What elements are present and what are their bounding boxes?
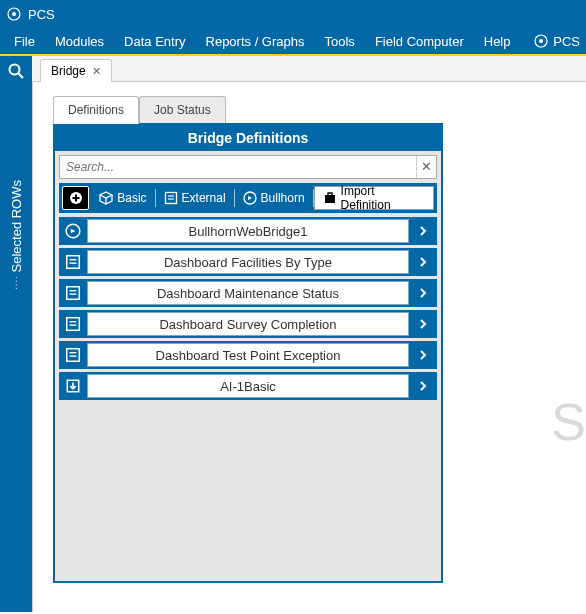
list-item-label: BullhornWebBridge1 (87, 219, 409, 243)
document-tab-strip: Bridge ✕ (32, 56, 586, 82)
bridge-definitions-panel: Bridge Definitions ✕ Ba (53, 123, 443, 583)
clear-search-icon[interactable]: ✕ (416, 156, 436, 178)
basic-button[interactable]: Basic (91, 184, 154, 212)
external-icon (59, 279, 87, 307)
external-icon (59, 248, 87, 276)
list-item[interactable]: Dashboard Facilities By Type (59, 248, 437, 276)
list-item-label: Dashboard Maintenance Status (87, 281, 409, 305)
inner-tab-strip: Definitions Job Status (53, 96, 586, 124)
external-icon (164, 191, 178, 205)
svg-rect-17 (67, 256, 80, 269)
import-icon (59, 372, 87, 400)
bullhorn-icon (59, 217, 87, 245)
menu-reports[interactable]: Reports / Graphs (196, 30, 315, 53)
import-definition-button[interactable]: Import Definition (314, 186, 434, 210)
brand-logo-icon (533, 33, 549, 49)
document-tab-label: Bridge (51, 64, 86, 78)
svg-rect-23 (67, 318, 80, 331)
bullhorn-label: Bullhorn (261, 191, 305, 205)
external-icon (59, 310, 87, 338)
bullhorn-button[interactable]: Bullhorn (235, 184, 313, 212)
svg-rect-20 (67, 287, 80, 300)
rail-grip-icon: ···· (11, 276, 22, 291)
import-icon (323, 191, 337, 205)
menu-brand: PCS (533, 33, 580, 49)
search-box: ✕ (59, 155, 437, 179)
basic-label: Basic (117, 191, 146, 205)
menu-help[interactable]: Help (474, 30, 521, 53)
close-icon[interactable]: ✕ (92, 65, 101, 78)
app-logo-icon (6, 6, 22, 22)
cube-icon (99, 191, 113, 205)
import-label: Import Definition (341, 184, 425, 212)
menu-file[interactable]: File (4, 30, 45, 53)
search-input[interactable] (60, 160, 416, 174)
document-body: Definitions Job Status Bridge Definition… (32, 82, 586, 612)
app-title: PCS (28, 7, 55, 22)
list-item-label: AI-1Basic (87, 374, 409, 398)
svg-rect-26 (67, 349, 80, 362)
menu-modules[interactable]: Modules (45, 30, 114, 53)
definitions-toolbar: Basic External Bullhorn (59, 183, 437, 213)
panel-title: Bridge Definitions (55, 125, 441, 151)
svg-rect-15 (325, 195, 335, 203)
list-item[interactable]: BullhornWebBridge1 (59, 217, 437, 245)
list-item[interactable]: AI-1Basic (59, 372, 437, 400)
menu-data-entry[interactable]: Data Entry (114, 30, 195, 53)
list-item-label: Dashboard Facilities By Type (87, 250, 409, 274)
chevron-right-icon[interactable] (409, 310, 437, 338)
list-item[interactable]: Dashboard Survey Completion (59, 310, 437, 338)
add-button[interactable] (62, 186, 89, 210)
list-item-label: Dashboard Survey Completion (87, 312, 409, 336)
svg-point-1 (12, 12, 16, 16)
bullhorn-icon (243, 191, 257, 205)
selected-rows-label[interactable]: Selected ROWs (9, 180, 24, 272)
chevron-right-icon[interactable] (409, 341, 437, 369)
external-button[interactable]: External (156, 184, 234, 212)
svg-point-3 (539, 39, 543, 43)
svg-rect-11 (165, 193, 176, 204)
chevron-right-icon[interactable] (409, 279, 437, 307)
chevron-right-icon[interactable] (409, 248, 437, 276)
document-tab-bridge[interactable]: Bridge ✕ (40, 59, 112, 82)
brand-label: PCS (553, 34, 580, 49)
external-label: External (182, 191, 226, 205)
left-rail: Selected ROWs ···· (0, 56, 32, 612)
definitions-list: BullhornWebBridge1 Dashboard Facilities … (59, 217, 437, 400)
list-item[interactable]: Dashboard Maintenance Status (59, 279, 437, 307)
svg-point-4 (10, 65, 20, 75)
menu-field-computer[interactable]: Field Computer (365, 30, 474, 53)
svg-line-5 (19, 74, 24, 79)
plus-icon (69, 191, 83, 205)
tab-definitions[interactable]: Definitions (53, 96, 139, 124)
tab-job-status[interactable]: Job Status (139, 96, 226, 124)
external-icon (59, 341, 87, 369)
watermark-text: S (551, 392, 586, 452)
list-item-label: Dashboard Test Point Exception (87, 343, 409, 367)
search-icon[interactable] (7, 62, 25, 80)
list-item[interactable]: Dashboard Test Point Exception (59, 341, 437, 369)
menu-tools[interactable]: Tools (315, 30, 365, 53)
title-bar: PCS (0, 0, 586, 28)
chevron-right-icon[interactable] (409, 372, 437, 400)
menu-bar: File Modules Data Entry Reports / Graphs… (0, 28, 586, 56)
chevron-right-icon[interactable] (409, 217, 437, 245)
svg-marker-9 (100, 192, 112, 198)
